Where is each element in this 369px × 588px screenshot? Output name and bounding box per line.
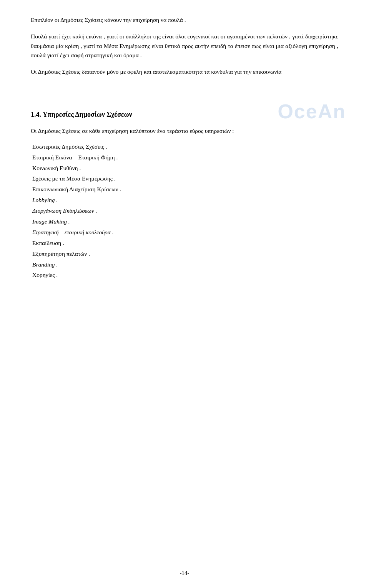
list-item: Σχέσεις με τα Μέσα Ενημέρωσης .: [31, 173, 338, 184]
services-intro: Οι Δημόσιες Σχέσεις σε κάθε επιχείρηση κ…: [31, 126, 338, 136]
list-item: Διοργάνωση Εκδηλώσεων .: [31, 205, 338, 216]
page-number: -14-: [180, 570, 189, 576]
paragraph-1: Επιπλέον οι Δημόσιες Σχέσεις κάνουν την …: [31, 15, 338, 25]
content: Επιπλέον οι Δημόσιες Σχέσεις κάνουν την …: [31, 15, 338, 280]
list-item: Εκπαίδευση .: [31, 238, 338, 248]
list-item: Image Making .: [31, 216, 338, 227]
services-list: Εσωτερικές Δημόσιες Σχέσεις .Εταιρική Ει…: [31, 141, 338, 281]
list-item: Εσωτερικές Δημόσιες Σχέσεις .: [31, 141, 338, 152]
list-item: Στρατηγική – εταιρική κουλτούρα .: [31, 227, 338, 238]
list-item: Χορηγίες .: [31, 270, 338, 280]
list-item: Branding .: [31, 259, 338, 270]
section-heading: 1.4. Υπηρεσίες Δημοσίων Σχέσεων: [31, 111, 338, 119]
list-item: Lobbying .: [31, 195, 338, 205]
list-item: Επικοινωνιακή Διαχείριση Κρίσεων .: [31, 184, 338, 195]
section-number: 1.4.: [31, 111, 41, 118]
section-title: Υπηρεσίες Δημοσίων Σχέσεων: [43, 111, 132, 118]
list-item: Κοινωνική Ευθύνη .: [31, 163, 338, 174]
page-footer: -14-: [0, 570, 369, 576]
paragraph-3: Οι Δημόσιες Σχέσεις δαπανούν μόνο με οφέ…: [31, 67, 338, 77]
page-container: OceAn Επιπλέον οι Δημόσιες Σχέσεις κάνου…: [0, 0, 369, 588]
list-item: Εταιρική Εικόνα – Εταιρική Φήμη .: [31, 152, 338, 163]
paragraph-2: Πουλά γιατί έχει καλή εικόνα , γιατί οι …: [31, 32, 338, 60]
list-item: Εξυπηρέτηση πελατών .: [31, 248, 338, 259]
